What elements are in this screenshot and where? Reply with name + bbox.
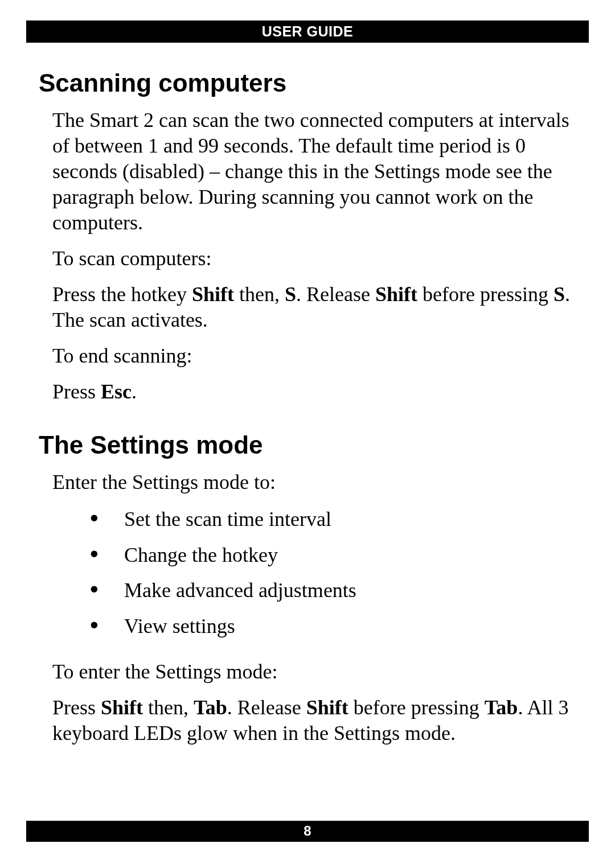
scanning-to-end-label: To end scanning: <box>52 343 576 369</box>
settings-bullet-list: Set the scan time interval Change the ho… <box>67 505 576 640</box>
key-tab: Tab <box>194 696 227 719</box>
heading-settings-mode: The Settings mode <box>39 431 576 459</box>
settings-hotkey-instruction: Press Shift then, Tab. Release Shift bef… <box>52 695 576 746</box>
header-bar: USER GUIDE <box>26 20 589 43</box>
key-shift: Shift <box>375 283 417 306</box>
key-shift: Shift <box>101 696 143 719</box>
scanning-end-instruction: Press Esc. <box>52 379 576 405</box>
list-item: View settings <box>90 612 576 640</box>
page-number: 8 <box>304 823 311 838</box>
scanning-intro-paragraph: The Smart 2 can scan the two connected c… <box>52 108 576 236</box>
settings-intro-paragraph: Enter the Settings mode to: <box>52 470 576 495</box>
text: Press <box>52 380 101 403</box>
text: . Release <box>296 283 375 306</box>
settings-to-enter-label: To enter the Settings mode: <box>52 659 576 685</box>
text: before pressing <box>417 283 554 306</box>
heading-scanning-computers: Scanning computers <box>39 69 576 97</box>
text: Press <box>52 696 101 719</box>
text: then, <box>234 283 285 306</box>
key-esc: Esc <box>101 380 132 403</box>
list-item: Make advanced adjustments <box>90 577 576 604</box>
scanning-hotkey-instruction: Press the hotkey Shift then, S. Release … <box>52 282 576 333</box>
key-shift: Shift <box>192 283 234 306</box>
footer-bar: 8 <box>26 821 589 842</box>
header-title: USER GUIDE <box>262 23 354 39</box>
text: then, <box>143 696 194 719</box>
list-item: Change the hotkey <box>90 541 576 569</box>
key-tab: Tab <box>485 696 518 719</box>
document-page: USER GUIDE Scanning computers The Smart … <box>0 0 615 868</box>
text: . Release <box>227 696 306 719</box>
content-area: Scanning computers The Smart 2 can scan … <box>26 69 589 746</box>
key-shift: Shift <box>306 696 348 719</box>
text: before pressing <box>348 696 485 719</box>
text: Press the hotkey <box>52 283 192 306</box>
text: . <box>132 380 137 403</box>
list-item: Set the scan time interval <box>90 505 576 533</box>
scanning-to-scan-label: To scan computers: <box>52 246 576 271</box>
key-s: S <box>285 283 296 306</box>
key-s: S <box>554 283 565 306</box>
